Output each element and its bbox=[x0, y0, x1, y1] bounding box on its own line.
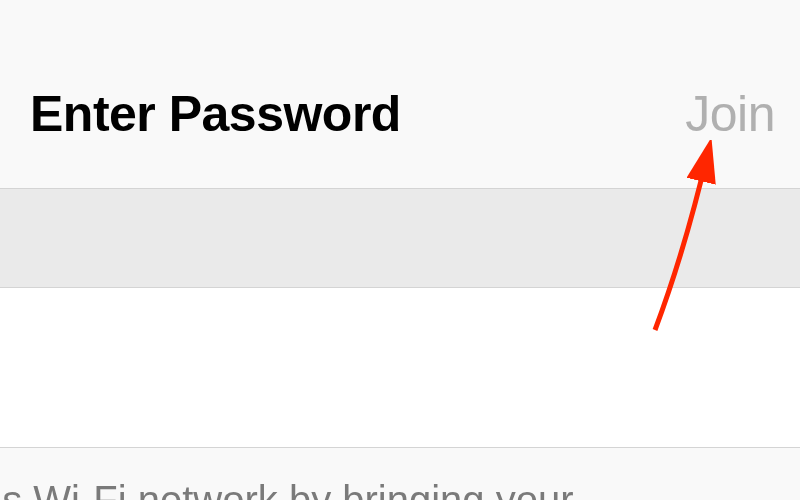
password-input-row[interactable] bbox=[0, 288, 800, 448]
table-header-spacer bbox=[0, 188, 800, 288]
join-button[interactable]: Join bbox=[685, 85, 780, 143]
share-hint-text: this Wi-Fi network by bringing your bbox=[0, 478, 780, 500]
modal-header: Enter Password Join bbox=[0, 0, 800, 188]
footer-hint-area: this Wi-Fi network by bringing your bbox=[0, 448, 800, 500]
modal-title: Enter Password bbox=[30, 85, 401, 143]
